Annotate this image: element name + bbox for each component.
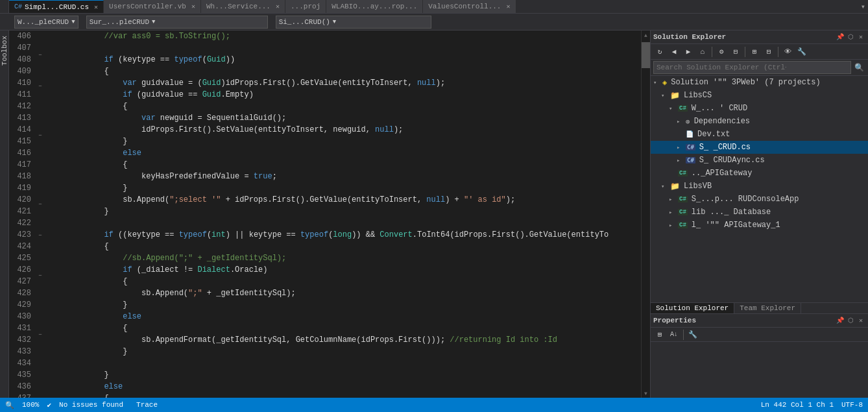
- se-wrench-button[interactable]: 🔧: [795, 45, 808, 58]
- se-search-input[interactable]: [657, 64, 786, 71]
- close-icon[interactable]: ✕: [94, 3, 98, 11]
- tree-item[interactable]: ▸ C# S_ _CRUD.cs: [651, 141, 868, 154]
- se-filter-button[interactable]: ⊟: [729, 45, 742, 58]
- fold-icon[interactable]: −: [35, 49, 45, 61]
- tab-bar: C# Simpl...CRUD.cs ✕ UsersController.vb …: [0, 0, 868, 14]
- line-number: 420: [9, 194, 31, 206]
- se-tab-solution-explorer[interactable]: Solution Explorer: [651, 303, 734, 313]
- se-back-button[interactable]: ◀: [668, 45, 681, 58]
- close-icon[interactable]: ✕: [276, 3, 280, 10]
- class-dropdown[interactable]: Sur_...pleCRUD ▼: [86, 16, 268, 29]
- tree-item[interactable]: ▾ ◈ Solution '"" 3PWeb' (7 projects): [651, 76, 868, 89]
- tree-item-label: W_... ' CRUD: [692, 104, 747, 113]
- tree-item[interactable]: ▾ C# W_... ' CRUD: [651, 102, 868, 115]
- tree-item-label: S_ CRUDAync.cs: [699, 156, 765, 165]
- fold-icon[interactable]: −: [35, 130, 45, 141]
- tree-item[interactable]: ▸ C# l_ '"" APIGateway_1: [651, 219, 868, 232]
- prop-float-button[interactable]: ⬡: [846, 316, 855, 325]
- tab-values[interactable]: ValuesControll... ✕: [423, 0, 516, 13]
- tree-item[interactable]: ▾ 📁 LibsCS: [651, 89, 868, 102]
- prop-categories-button[interactable]: ⊞: [653, 328, 666, 341]
- tree-expand-icon[interactable]: ▸: [669, 209, 677, 216]
- tree-item[interactable]: ▸ C# S_...p... RUDConsoleApp: [651, 193, 868, 206]
- prop-sort-button[interactable]: A↓: [668, 328, 681, 341]
- tree-item[interactable]: ▸ ⊛ Dependencies: [651, 115, 868, 128]
- close-panel-button[interactable]: ✕: [856, 32, 865, 42]
- code-line: }: [48, 182, 641, 194]
- code-line: if (_dialect != Dialect.Oracle): [48, 264, 641, 276]
- tree-expand-icon[interactable]: ▸: [669, 222, 677, 229]
- code-line: [48, 357, 641, 369]
- toolbox-label[interactable]: Toolbox: [1, 36, 8, 66]
- line-number: 429: [9, 299, 31, 311]
- scrollbar-vertical[interactable]: ▲ ▼: [641, 30, 650, 398]
- se-search-icon[interactable]: 🔍: [852, 61, 865, 74]
- se-preview-button[interactable]: 👁: [781, 45, 794, 58]
- se-collapse-button[interactable]: ⊞: [748, 45, 761, 58]
- close-icon[interactable]: ✕: [506, 3, 510, 10]
- fold-icon[interactable]: −: [35, 199, 45, 210]
- status-encoding: UTF-8: [841, 401, 863, 409]
- tree-expand-icon[interactable]: ▸: [677, 157, 684, 164]
- panel-controls: 📌 ⬡ ✕: [836, 32, 865, 42]
- se-settings-button[interactable]: ⚙: [715, 45, 728, 58]
- line-number: 417: [9, 159, 31, 171]
- pin-button[interactable]: 📌: [836, 32, 845, 42]
- tree-item[interactable]: C# .._APIGateway: [651, 167, 868, 180]
- properties-title: Properties: [653, 317, 696, 324]
- tree-expand-icon[interactable]: ▾: [661, 92, 669, 99]
- scroll-down-button[interactable]: ▼: [642, 389, 650, 398]
- tree-item[interactable]: ▸ C# S_ CRUDAync.cs: [651, 154, 868, 167]
- code-line: {: [48, 276, 641, 287]
- se-expand-button[interactable]: ⊟: [762, 45, 775, 58]
- float-button[interactable]: ⬡: [846, 32, 855, 42]
- scroll-thumb[interactable]: [642, 42, 650, 68]
- status-zoom-level: 100%: [22, 401, 39, 409]
- prop-pin-button[interactable]: 📌: [836, 316, 845, 325]
- close-icon[interactable]: ✕: [191, 3, 195, 10]
- tab-wlabio[interactable]: WLABIO...ay...rop...: [326, 0, 423, 13]
- tab-crud-cs[interactable]: C# Simpl...CRUD.cs ✕: [9, 0, 104, 13]
- line-number: 425: [9, 252, 31, 264]
- se-home-button[interactable]: ⌂: [696, 45, 709, 58]
- tree-item[interactable]: 📄 Dev.txt: [651, 128, 868, 141]
- prop-wrench-button[interactable]: 🔧: [686, 328, 699, 341]
- tree-expand-icon[interactable]: ▾: [653, 79, 661, 86]
- se-sync-button[interactable]: ↻: [653, 45, 666, 58]
- line-number: 406: [9, 30, 31, 42]
- tree-expand-icon[interactable]: ▸: [677, 144, 684, 151]
- fold-icon[interactable]: −: [35, 270, 45, 282]
- tree-item[interactable]: ▸ C# lib ..._ Database: [651, 206, 868, 219]
- tab-overflow[interactable]: ▾: [858, 0, 868, 13]
- line-number: 410: [9, 77, 31, 89]
- tab-proj[interactable]: ...proj: [285, 0, 326, 13]
- code-line: if (guidvalue == Guid.Empty): [48, 89, 641, 101]
- tab-users-controller[interactable]: UsersController.vb ✕: [104, 0, 201, 13]
- tree-expand-icon[interactable]: ▾: [661, 183, 669, 190]
- code-content[interactable]: //var ass0 = sb.ToString(); if (keytype …: [45, 30, 641, 398]
- tree-expand-icon[interactable]: ▸: [669, 196, 677, 203]
- status-zoom: 🔍: [5, 401, 14, 409]
- scroll-up-button[interactable]: ▲: [642, 30, 650, 40]
- prop-close-button[interactable]: ✕: [856, 316, 865, 325]
- tree-expand-icon[interactable]: ▸: [677, 118, 684, 125]
- status-right: Ln 442 Col 1 Ch 1 UTF-8: [761, 401, 863, 409]
- status-icon: ✔: [47, 401, 51, 409]
- tab-service[interactable]: Wh...Service... ✕: [201, 0, 285, 13]
- tree-item-label: S_...p... RUDConsoleApp: [692, 195, 799, 204]
- tree-item[interactable]: ▾ 📁 LibsVB: [651, 180, 868, 193]
- fold-icon[interactable]: −: [35, 80, 45, 92]
- code-line: idProps.First().SetValue(entityToInsert,…: [48, 124, 641, 136]
- file-dropdown[interactable]: W..._pleCRUD ▼: [14, 16, 78, 29]
- line-number: 418: [9, 171, 31, 182]
- code-line: }: [48, 346, 641, 357]
- tree-item-label: LibsCS: [684, 91, 712, 100]
- tab-label: ...proj: [291, 3, 320, 10]
- se-forward-button[interactable]: ▶: [682, 45, 695, 58]
- tree-expand-icon[interactable]: ▾: [669, 105, 677, 112]
- se-tab-team-explorer[interactable]: Team Explorer: [734, 303, 801, 313]
- method-dropdown[interactable]: Si_...CRUD() ▼: [276, 16, 431, 29]
- fold-icon[interactable]: −: [35, 230, 45, 241]
- code-line: {: [48, 159, 641, 171]
- fold-icon[interactable]: −: [35, 329, 45, 341]
